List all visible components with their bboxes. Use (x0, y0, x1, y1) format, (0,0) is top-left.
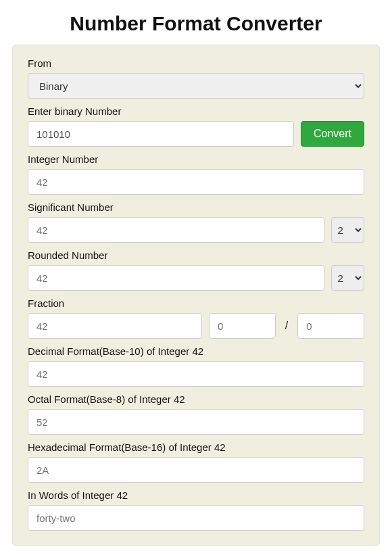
octal-group: Octal Format(Base-8) of Integer 42 (28, 393, 364, 435)
fraction-whole-output[interactable] (28, 313, 202, 339)
octal-output[interactable] (28, 409, 364, 435)
rounded-output[interactable] (28, 265, 324, 291)
rounded-label: Rounded Number (28, 249, 364, 261)
words-group: In Words of Integer 42 (28, 489, 364, 531)
converter-panel: From Binary Enter binary Number Convert … (12, 45, 380, 546)
from-group: From Binary (28, 57, 364, 99)
significant-group: Significant Number 2 (28, 201, 364, 243)
number-input[interactable] (28, 121, 294, 147)
hex-output[interactable] (28, 457, 364, 483)
from-select[interactable]: Binary (28, 73, 364, 99)
integer-label: Integer Number (28, 153, 364, 165)
decimal-group: Decimal Format(Base-10) of Integer 42 (28, 345, 364, 387)
input-label: Enter binary Number (28, 105, 364, 117)
hex-label: Hexadecimal Format(Base-16) of Integer 4… (28, 441, 364, 453)
page-title: Number Format Converter (0, 0, 392, 45)
integer-group: Integer Number (28, 153, 364, 195)
from-label: From (28, 57, 364, 69)
significant-output[interactable] (28, 217, 324, 243)
words-label: In Words of Integer 42 (28, 489, 364, 501)
hex-group: Hexadecimal Format(Base-16) of Integer 4… (28, 441, 364, 483)
significant-precision-select[interactable]: 2 (331, 217, 364, 243)
fraction-denominator-output[interactable] (297, 313, 364, 339)
octal-label: Octal Format(Base-8) of Integer 42 (28, 393, 364, 405)
input-group: Enter binary Number Convert (28, 105, 364, 147)
fraction-slash: / (283, 320, 291, 332)
fraction-numerator-output[interactable] (209, 313, 276, 339)
rounded-precision-select[interactable]: 2 (331, 265, 364, 291)
integer-output[interactable] (28, 169, 364, 195)
significant-label: Significant Number (28, 201, 364, 213)
fraction-group: Fraction / (28, 297, 364, 339)
words-output[interactable] (28, 505, 364, 531)
rounded-group: Rounded Number 2 (28, 249, 364, 291)
decimal-label: Decimal Format(Base-10) of Integer 42 (28, 345, 364, 357)
fraction-label: Fraction (28, 297, 364, 309)
convert-button[interactable]: Convert (301, 121, 364, 147)
decimal-output[interactable] (28, 361, 364, 387)
